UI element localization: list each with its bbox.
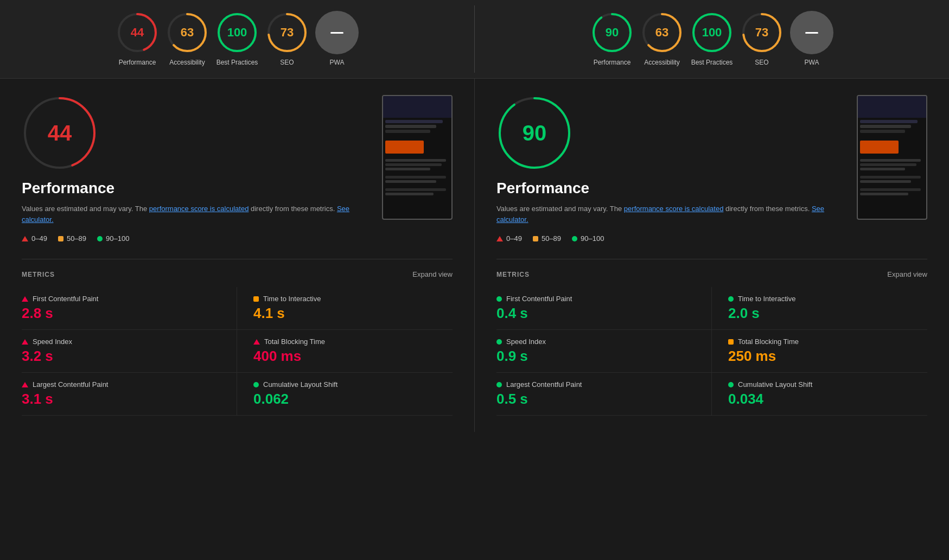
- metric-label-row: Speed Index: [496, 338, 695, 346]
- metrics-section: METRICS Expand view First Contentful Pai…: [22, 259, 453, 416]
- panel-left-info: 90 Performance Values are estimated and …: [496, 95, 835, 243]
- legend-dot: [97, 236, 103, 241]
- metric-value: 0.5 s: [496, 391, 695, 408]
- phone-row: [860, 159, 921, 162]
- metrics-header: METRICS Expand view: [496, 270, 927, 278]
- score-circle: 73: [740, 11, 784, 54]
- score-item: 73 SEO: [740, 11, 784, 67]
- expand-view-button[interactable]: Expand view: [412, 270, 453, 278]
- metric-item: First Contentful Paint 2.8 s: [22, 287, 237, 330]
- indicator-square-orange: [728, 339, 734, 345]
- phone-highlight: [385, 141, 424, 154]
- phone-row: [385, 180, 436, 183]
- metrics-grid: First Contentful Paint 2.8 s Time to Int…: [22, 287, 453, 416]
- metric-name: Speed Index: [506, 338, 546, 346]
- metric-name: Total Blocking Time: [738, 338, 799, 346]
- phone-row: [385, 188, 446, 191]
- score-circle: 63: [640, 11, 684, 54]
- indicator-dot-green: [728, 296, 734, 302]
- metric-value: 4.1 s: [253, 305, 453, 322]
- metric-item: Cumulative Layout Shift 0.062: [237, 373, 453, 416]
- metrics-header: METRICS Expand view: [22, 270, 453, 278]
- metric-item: Speed Index 3.2 s: [22, 330, 237, 373]
- phone-row: [385, 120, 443, 123]
- metric-item: Total Blocking Time 250 ms: [712, 330, 927, 373]
- phone-row: [385, 193, 434, 195]
- header-left: 44 Performance 63 Accessibility 100 Best…: [0, 5, 475, 73]
- phone-row: [860, 163, 916, 166]
- legend-dot: [572, 236, 577, 241]
- indicator-triangle-red: [253, 339, 260, 345]
- header-right: 90 Performance 63 Accessibility 100 Best…: [475, 5, 949, 73]
- panel-desc: Values are estimated and may vary. The p…: [496, 203, 835, 226]
- metric-value: 2.0 s: [728, 305, 927, 322]
- score-number: 63: [655, 26, 668, 40]
- metric-label-row: First Contentful Paint: [22, 295, 220, 303]
- metrics-grid: First Contentful Paint 0.4 s Time to Int…: [496, 287, 927, 416]
- big-score-circle: 44: [22, 95, 98, 171]
- panel-right: 90 Performance Values are estimated and …: [475, 79, 949, 432]
- panel-title: Performance: [496, 180, 835, 197]
- panel-desc: Values are estimated and may vary. The p…: [22, 203, 360, 226]
- score-number: 73: [755, 26, 768, 40]
- score-item: 90 Performance: [590, 11, 634, 67]
- perf-score-link[interactable]: performance score is calculated: [149, 205, 249, 213]
- panel-left: 44 Performance Values are estimated and …: [0, 79, 475, 432]
- score-item: 100 Best Practices: [690, 11, 734, 67]
- phone-row: [385, 125, 436, 128]
- legend-range: 50–89: [67, 234, 86, 243]
- metric-item: Largest Contentful Paint 0.5 s: [496, 373, 712, 416]
- score-circle: 100: [690, 11, 734, 54]
- metric-value: 0.4 s: [496, 305, 695, 322]
- indicator-triangle-red: [22, 382, 28, 387]
- score-number: 100: [702, 26, 722, 40]
- metrics-section: METRICS Expand view First Contentful Pai…: [496, 259, 927, 416]
- legend-item: 50–89: [533, 234, 561, 243]
- phone-row: [385, 176, 446, 179]
- metric-name: First Contentful Paint: [33, 295, 98, 303]
- legend-range: 90–100: [106, 234, 129, 243]
- score-number: 63: [181, 26, 194, 40]
- metric-name: Cumulative Layout Shift: [263, 380, 337, 389]
- score-item: 63 Accessibility: [165, 11, 209, 67]
- metric-value: 2.8 s: [22, 305, 220, 322]
- score-item: 100 Best Practices: [215, 11, 259, 67]
- score-item: 63 Accessibility: [640, 11, 684, 67]
- pwa-icon: [330, 32, 343, 34]
- metric-name: Total Blocking Time: [264, 338, 325, 346]
- legend-triangle: [496, 236, 503, 241]
- legend: 0–4950–8990–100: [22, 234, 360, 243]
- expand-view-button[interactable]: Expand view: [887, 270, 927, 278]
- phone-top: [383, 96, 451, 118]
- metric-item: Largest Contentful Paint 3.1 s: [22, 373, 237, 416]
- metric-label-row: Cumulative Layout Shift: [253, 380, 453, 389]
- phone-row: [860, 130, 905, 133]
- score-label: SEO: [280, 59, 294, 67]
- panel-left-info: 44 Performance Values are estimated and …: [22, 95, 360, 243]
- score-circle: 44: [116, 11, 159, 54]
- phone-highlight: [860, 141, 899, 154]
- legend-square: [58, 236, 63, 241]
- phone-row: [385, 159, 446, 162]
- legend-range: 90–100: [581, 234, 604, 243]
- indicator-dot-green: [496, 339, 502, 345]
- metrics-title: METRICS: [22, 271, 55, 278]
- metric-label-row: Largest Contentful Paint: [496, 380, 695, 389]
- indicator-triangle-red: [22, 339, 28, 345]
- pwa-circle: [790, 11, 833, 54]
- metric-value: 3.1 s: [22, 391, 220, 408]
- metric-label-row: Total Blocking Time: [728, 338, 927, 346]
- phone-row: [385, 130, 430, 133]
- metric-value: 0.9 s: [496, 348, 695, 365]
- metric-label-row: Time to Interactive: [253, 295, 453, 303]
- phone-row: [860, 168, 905, 170]
- score-label: PWA: [805, 59, 819, 67]
- phone-row: [860, 176, 921, 179]
- metric-name: Time to Interactive: [263, 295, 321, 303]
- legend-range: 0–49: [31, 234, 47, 243]
- metric-item: Time to Interactive 4.1 s: [237, 287, 453, 330]
- big-score-number: 44: [48, 120, 72, 145]
- perf-score-link[interactable]: performance score is calculated: [624, 205, 724, 213]
- score-item: 44 Performance: [116, 11, 159, 67]
- score-item: PWA: [315, 11, 359, 67]
